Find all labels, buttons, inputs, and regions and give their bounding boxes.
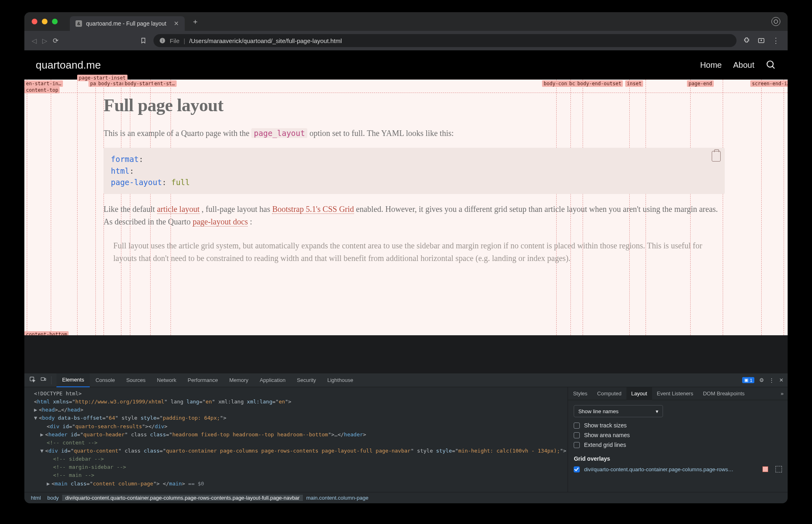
- overlay-item-label[interactable]: div#quarto-content.quarto-container.page…: [584, 466, 733, 472]
- browser-tab[interactable]: & quartoand.me - Full page layout ✕: [70, 16, 185, 31]
- settings-icon[interactable]: ⚙: [759, 377, 764, 383]
- devtools-tab-sources[interactable]: Sources: [121, 373, 151, 387]
- svg-line-6: [772, 66, 774, 68]
- site-brand[interactable]: quartoand.me: [36, 59, 101, 71]
- grid-badge: body-con: [542, 80, 569, 87]
- badge-count: 1: [750, 378, 752, 383]
- text: :: [250, 217, 252, 226]
- crumb-html[interactable]: html: [28, 495, 44, 501]
- device-icon[interactable]: [40, 377, 47, 384]
- paragraph: Like the default article layout , full-p…: [104, 203, 725, 228]
- nav-link-about[interactable]: About: [733, 60, 754, 70]
- checkbox-extend-grid[interactable]: [574, 442, 580, 448]
- url-scheme: File: [170, 37, 179, 44]
- grid-badge: screen-end-i…: [750, 80, 788, 87]
- grid-badge: body-end-outset: [576, 80, 623, 87]
- side-tab-styles[interactable]: Styles: [568, 387, 592, 400]
- close-tab-icon[interactable]: ✕: [174, 20, 179, 27]
- devtools-tab-console[interactable]: Console: [90, 373, 121, 387]
- account-icon[interactable]: [771, 17, 780, 26]
- checkbox-area-names[interactable]: [574, 432, 580, 438]
- checkbox-label: Show track sizes: [584, 422, 626, 429]
- code-block: format: html: page-layout: full: [104, 148, 725, 194]
- grid-badge: page-end: [687, 80, 714, 87]
- more-icon[interactable]: ⋮: [769, 377, 774, 383]
- crumb-quarto-content[interactable]: div#quarto-content.quarto-container.page…: [62, 495, 303, 501]
- bookmark-icon[interactable]: [139, 36, 148, 45]
- checkbox-label: Show area names: [584, 432, 630, 438]
- side-tab-dom-breakpoints[interactable]: DOM Breakpoints: [698, 387, 749, 400]
- paragraph: This is an example of a Quarto page with…: [104, 127, 725, 140]
- grid-badge: ent-st…: [153, 80, 177, 87]
- devtools-sidebar: Styles Computed Layout Event Listeners D…: [568, 387, 788, 492]
- line-names-select[interactable]: Show line names ▾: [574, 405, 663, 417]
- text: Like the default: [104, 205, 157, 213]
- issues-badge[interactable]: ▣ 1: [742, 377, 754, 383]
- devtools-tab-network[interactable]: Network: [151, 373, 182, 387]
- close-devtools-icon[interactable]: ✕: [779, 377, 784, 383]
- page-viewport: quartoand.me Home About: [24, 50, 788, 335]
- inspect-icon[interactable]: [29, 376, 36, 384]
- breadcrumb: html body div#quarto-content.quarto-cont…: [24, 492, 788, 503]
- site-navbar: quartoand.me Home About: [24, 50, 788, 80]
- devtools-tabbar: Elements Console Sources Network Perform…: [24, 373, 788, 387]
- text: This is an example of a Quarto page with…: [104, 129, 251, 138]
- dom-line: <!DOCTYPE html>: [34, 390, 82, 397]
- devtools-tab-lighthouse[interactable]: Lighthouse: [322, 373, 359, 387]
- devtools-tab-memory[interactable]: Memory: [224, 373, 254, 387]
- link-article-layout[interactable]: article layout: [157, 205, 200, 214]
- nav-link-home[interactable]: Home: [700, 60, 721, 70]
- checkbox-overlay[interactable]: [574, 466, 580, 472]
- svg-rect-8: [41, 377, 44, 380]
- nav-back-icon[interactable]: ◁: [32, 37, 37, 45]
- overlay-color-swatch[interactable]: [762, 466, 768, 472]
- devtools-tab-performance[interactable]: Performance: [182, 373, 223, 387]
- overlay-dashed-icon[interactable]: [775, 466, 782, 472]
- browser-menu-icon[interactable]: ⋮: [771, 36, 780, 45]
- copy-icon[interactable]: [712, 151, 721, 162]
- checkbox-label: Extend grid lines: [584, 442, 626, 448]
- search-icon[interactable]: [766, 60, 776, 70]
- code-text: :: [139, 155, 143, 164]
- link-bootstrap-grid[interactable]: Bootstrap 5.1's CSS Grid: [272, 205, 354, 214]
- crumb-main[interactable]: main.content.column-page: [303, 495, 371, 501]
- traffic-lights: [32, 19, 58, 24]
- checkbox-track-sizes[interactable]: [574, 423, 580, 429]
- grid-badge: content-bottom: [24, 331, 69, 335]
- extensions-icon[interactable]: [742, 36, 751, 45]
- side-tab-event-listeners[interactable]: Event Listeners: [652, 387, 698, 400]
- svg-point-0: [774, 20, 778, 24]
- grid-overlays-heading: Grid overlays: [574, 455, 782, 462]
- reload-icon[interactable]: ⟳: [53, 37, 58, 45]
- install-icon[interactable]: [757, 36, 766, 45]
- grid-badge: inset: [625, 80, 643, 87]
- grid-badge: content-top: [24, 87, 60, 93]
- devtools-tab-application[interactable]: Application: [254, 373, 292, 387]
- overlay-row: div#quarto-content.quarto-container.page…: [574, 466, 782, 472]
- side-tab-computed[interactable]: Computed: [592, 387, 626, 400]
- page-title: Full page layout: [104, 95, 725, 116]
- new-tab-button[interactable]: ＋: [190, 17, 201, 26]
- grid-badge: body-star: [97, 80, 126, 87]
- side-tab-layout[interactable]: Layout: [626, 387, 652, 400]
- code-key: page-layout: [111, 178, 162, 187]
- side-tab-more-icon[interactable]: »: [777, 390, 788, 397]
- site-info-icon[interactable]: [159, 37, 166, 44]
- article: Full page layout This is an example of a…: [104, 95, 725, 265]
- tab-favicon: &: [76, 20, 82, 27]
- inline-code: page_layout: [251, 128, 307, 138]
- close-window[interactable]: [32, 19, 37, 24]
- url-input[interactable]: File | /Users/maraaverick/quartoand/_sit…: [153, 34, 736, 47]
- devtools-tab-security[interactable]: Security: [291, 373, 322, 387]
- devtools-tab-elements[interactable]: Elements: [56, 373, 90, 387]
- link-page-layout-docs[interactable]: page-layout docs: [192, 217, 248, 226]
- devtools: Elements Console Sources Network Perform…: [24, 373, 788, 503]
- tab-title: quartoand.me - Full page layout: [86, 20, 166, 27]
- dom-tree[interactable]: <!DOCTYPE html> <html xmlns="http://www.…: [24, 387, 568, 492]
- maximize-window[interactable]: [52, 19, 58, 24]
- minimize-window[interactable]: [42, 19, 48, 24]
- crumb-body[interactable]: body: [44, 495, 62, 501]
- grid-badge: pa: [89, 80, 97, 87]
- nav-forward-icon[interactable]: ▷: [42, 37, 47, 45]
- blockquote: Full layout uses the article grid system…: [104, 239, 725, 265]
